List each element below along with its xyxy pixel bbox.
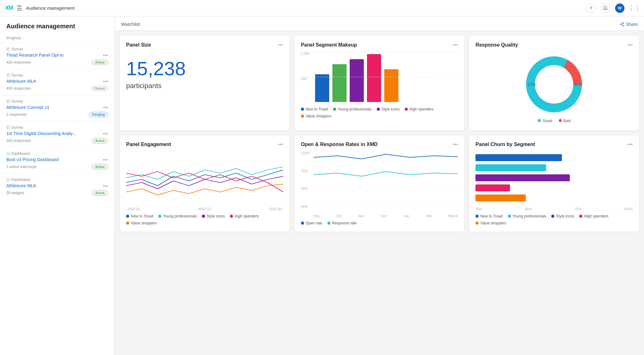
open-response-y-labels: 100% 75% 50% 25% [301,151,313,208]
sidebar-item-menu-1[interactable]: ••• [103,79,108,84]
sidebar-item-name-4: Boot v3 Pricing Dashboard [6,157,103,162]
sidebar-item-2[interactable]: Survey Athleisure Concept v1 ••• 0 respo… [0,95,114,121]
segment-legend: New to Tread Young professionals Style i… [301,107,458,118]
sidebar-item-3[interactable]: Survey 1st Time Digital Discounting Anal… [0,121,114,147]
share-button[interactable]: Share [620,22,638,27]
bar-value-shoppers [384,69,398,102]
panel-segment-card: Panel Segment Makeup ••• 1,000 500 [295,36,464,130]
sidebar-item-name-2: Athleisure Concept v1 [6,105,103,110]
apps-icon[interactable]: ⋮⋮ [630,3,639,13]
engagement-legend: New to Tread Young professionals Style i… [126,214,283,225]
panel-engagement-title: Panel Engagement [126,142,171,147]
sidebar-item-menu-3[interactable]: ••• [103,131,108,137]
panel-engagement-menu[interactable]: ••• [278,142,283,147]
sidebar-item-responses-3: 363 responses [6,138,31,143]
panel-segment-chart: 1,000 500 [301,52,458,124]
sidebar-item-responses-0: 42k responses [6,60,31,65]
sidebar-item-name-0: Tread Research Panel Opt-In [6,53,103,58]
bar-young-professionals [332,64,347,102]
sidebar-item-menu-0[interactable]: ••• [103,53,108,58]
sidebar-item-type-4: Dashboard [6,151,108,156]
sidebar-item-name-5: Athleisure MLA [6,183,103,188]
sidebar: Audience management Projects Survey Trea… [0,16,115,355]
content-area: Watchlist Share Panel Size ••• 15,238 pa… [115,16,644,355]
panel-churn-card: Panel Churn by Segment ••• [469,135,639,232]
panel-size-card: Panel Size ••• 15,238 participants [120,36,290,130]
churn-legend: New to Tread Young professionals Style i… [475,214,633,225]
svg-line-22 [621,23,623,24]
svg-line-21 [621,24,623,25]
svg-rect-9 [7,126,10,129]
panel-size-menu[interactable]: ••• [278,42,283,48]
cards-grid: Panel Size ••• 15,238 participants Panel… [115,31,644,237]
sidebar-item-responses-2: 0 responses [6,112,27,117]
panel-size-title: Panel Size [126,42,151,48]
sidebar-item-type-5: Dashboard [6,178,108,182]
svg-rect-15 [7,178,10,181]
sidebar-item-4[interactable]: Dashboard Boot v3 Pricing Dashboard ••• … [0,147,114,173]
sidebar-item-badge-4: Active [92,164,108,170]
sidebar-item-1[interactable]: Survey Athleisure MLA ••• 400 responses … [0,69,114,95]
hamburger-icon[interactable]: ☰ [17,4,22,12]
svg-rect-6 [7,100,10,103]
panel-churn-title: Panel Churn by Segment [475,142,535,147]
sidebar-item-menu-5[interactable]: ••• [103,183,108,189]
sidebar-item-5[interactable]: Dashboard Athleisure MLA ••• 28 widgets … [0,173,114,200]
topnav-icons: ? W ⋮⋮ [586,3,639,13]
sidebar-item-0[interactable]: Survey Tread Research Panel Opt-In ••• 4… [0,43,114,69]
open-response-rates-card: Open & Response Rates in XMD ••• 100% 75… [295,135,464,232]
panel-size-number: 15,238 [126,58,283,79]
content-header: Watchlist Share [115,16,644,31]
sidebar-item-badge-0: Active [92,59,108,65]
svg-point-19 [620,24,621,25]
panel-segment-menu[interactable]: ••• [453,42,458,48]
panel-engagement-card: Panel Engagement ••• [120,135,290,232]
sidebar-item-responses-4: 3 active intercepts [6,165,37,169]
watchlist-label: Watchlist [121,21,140,27]
open-response-legend: Open rate Response rate [301,221,458,225]
main-layout: Audience management Projects Survey Trea… [0,16,644,355]
donut-bad-pct: 17% [528,82,536,87]
response-quality-title: Response Quality [475,42,518,48]
xm-logo[interactable]: XM [5,5,13,11]
sidebar-item-badge-2: Pending [89,112,108,117]
bar-high-spenders [367,54,381,102]
sidebar-item-name-1: Athleisure MLA [6,79,103,84]
sidebar-header: Audience management [0,16,114,33]
open-response-title: Open & Response Rates in XMD [301,142,378,147]
sidebar-item-responses-1: 400 responses [6,86,31,91]
topnav: XM ☰ Audience management ? W ⋮⋮ [0,0,644,16]
sidebar-item-responses-5: 28 widgets [6,191,24,195]
sidebar-item-menu-2[interactable]: ••• [103,105,108,110]
sidebar-item-badge-1: Closed [91,86,108,91]
open-response-x-labels: Sep Oct Nov Dec Jan Feb March [314,214,458,218]
panel-engagement-chart: 2020 Q1 2020 Q2 2020 Q3 [126,151,283,211]
sidebar-item-type-1: Survey [6,73,108,77]
panel-size-label: participants [126,82,283,90]
topnav-title: Audience management [26,5,582,11]
svg-point-20 [622,25,624,26]
sidebar-section-label: Projects [0,33,114,43]
donut-good-pct: 83% [574,82,582,87]
sidebar-item-type-2: Survey [6,99,108,104]
sidebar-item-type-0: Survey [6,47,108,51]
open-response-menu[interactable]: ••• [453,142,458,147]
panel-segment-title: Panel Segment Makeup [301,42,357,48]
svg-point-18 [622,22,624,24]
engagement-x-labels: 2020 Q1 2020 Q2 2020 Q3 [126,207,283,211]
panel-churn-menu[interactable]: ••• [627,142,633,147]
sidebar-item-menu-4[interactable]: ••• [103,157,108,163]
response-quality-legend: Good Bad [538,118,571,123]
bar-style-icons [350,59,364,102]
churn-x-labels: 25% 50% 75% 100% [475,207,633,211]
response-quality-chart: 17% 83% Good Bad [475,52,633,124]
user-avatar[interactable]: W [615,3,625,13]
help-icon[interactable]: ? [586,3,596,13]
response-quality-menu[interactable]: ••• [627,42,633,48]
panel-churn-chart [475,151,633,206]
bell-icon[interactable] [601,3,610,13]
share-label: Share [626,22,638,27]
response-quality-card: Response Quality ••• 17% 83% Goo [469,36,639,130]
svg-rect-0 [7,48,10,51]
open-response-chart: 100% 75% 50% 25% [301,151,458,218]
